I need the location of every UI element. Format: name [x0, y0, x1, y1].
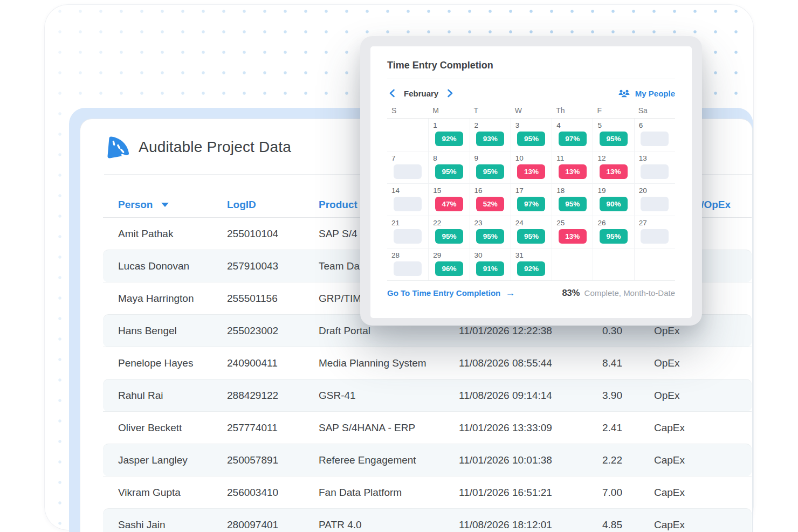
completion-badge[interactable]: 13% — [517, 164, 545, 179]
go-to-time-entry-link[interactable]: Go To Time Entry Completion → — [387, 288, 515, 298]
completion-badge[interactable]: 95% — [435, 229, 463, 244]
calendar-day-cell[interactable]: 595% — [593, 119, 634, 151]
calendar-day-cell[interactable]: 2513% — [552, 216, 593, 248]
calendar-day-cell[interactable]: 13 — [634, 151, 675, 183]
calendar-day-cell[interactable]: 6 — [634, 119, 675, 151]
completion-badge[interactable]: 90% — [600, 197, 628, 211]
completion-badge[interactable]: 95% — [600, 132, 628, 146]
arrow-right-icon: → — [505, 289, 515, 297]
weekday-header-row: SMTWThFSa — [387, 105, 675, 118]
cell-logid: 255023002 — [227, 315, 278, 347]
calendar-day-cell[interactable]: 28 — [387, 248, 428, 280]
completion-badge[interactable]: 95% — [435, 164, 463, 179]
widget-title-divider — [387, 79, 675, 79]
cell-hours: 2.22 — [574, 444, 622, 476]
my-people-link[interactable]: My People — [618, 89, 675, 98]
day-number: 24 — [515, 218, 552, 227]
cell-datetime: 11/01/2026 13:33:09 — [459, 412, 552, 444]
calendar-day-cell[interactable]: 1797% — [511, 183, 552, 216]
cell-product: Media Planning System — [319, 347, 426, 379]
cell-logid: 255501156 — [227, 282, 278, 315]
completion-badge[interactable]: 96% — [435, 261, 463, 276]
completion-badge[interactable]: 52% — [476, 197, 504, 211]
cell-logid: 255010104 — [227, 218, 278, 250]
day-number: 3 — [515, 121, 552, 130]
completion-badge[interactable]: 95% — [517, 132, 545, 146]
calendar-day-cell[interactable]: 7 — [387, 151, 428, 183]
widget-footer: Go To Time Entry Completion → 83% Comple… — [387, 288, 675, 298]
calendar-day-cell[interactable]: 3091% — [470, 248, 511, 280]
cell-expense: CapEx — [654, 444, 685, 476]
no-data-badge[interactable] — [394, 164, 422, 179]
cell-product: Team Da — [319, 250, 360, 282]
calendar-day-cell[interactable]: 21 — [387, 216, 428, 248]
cell-hours: 3.90 — [574, 379, 622, 412]
completion-badge[interactable]: 92% — [435, 132, 463, 146]
next-month-button[interactable] — [445, 88, 455, 98]
completion-badge[interactable]: 97% — [559, 132, 587, 146]
calendar-day-cell[interactable]: 2695% — [593, 216, 634, 248]
completion-badge[interactable]: 13% — [559, 164, 587, 179]
calendar-grid: 192%293%395%497%595%67895%995%1013%1113%… — [387, 118, 675, 281]
column-header-person[interactable]: Person — [118, 192, 169, 217]
cell-person: Vikram Gupta — [118, 476, 181, 509]
completion-badge[interactable]: 95% — [476, 164, 504, 179]
calendar-day-cell[interactable]: 14 — [387, 183, 428, 216]
no-data-badge[interactable] — [394, 261, 422, 276]
no-data-badge[interactable] — [641, 229, 669, 244]
cell-expense: OpEx — [654, 347, 680, 379]
column-header-logid[interactable]: LogID — [227, 192, 256, 217]
completion-badge[interactable]: 13% — [600, 164, 628, 179]
prev-month-button[interactable] — [387, 88, 397, 98]
completion-badge[interactable]: 47% — [435, 197, 463, 211]
cell-product: Fan Data Platform — [319, 476, 402, 509]
calendar-day-cell[interactable]: 995% — [470, 151, 511, 183]
no-data-badge[interactable] — [394, 197, 422, 211]
calendar-day-cell[interactable]: 3192% — [511, 248, 552, 280]
completion-badge[interactable]: 95% — [559, 197, 587, 211]
calendar-day-cell[interactable]: 293% — [470, 119, 511, 151]
day-number: 7 — [391, 154, 428, 163]
completion-badge[interactable]: 95% — [476, 229, 504, 244]
completion-badge[interactable]: 13% — [559, 229, 587, 244]
calendar-day-cell[interactable]: 27 — [634, 216, 675, 248]
calendar-day-cell[interactable]: 192% — [428, 119, 469, 151]
cell-datetime: 11/01/2026 10:01:38 — [459, 444, 552, 476]
cell-person: Penelope Hayes — [118, 347, 193, 379]
calendar-day-cell[interactable]: 1652% — [470, 183, 511, 216]
cell-datetime: 11/08/2026 18:12:01 — [459, 509, 552, 532]
no-data-badge[interactable] — [641, 197, 669, 211]
completion-badge[interactable]: 95% — [600, 229, 628, 244]
calendar-day-cell[interactable]: 2395% — [470, 216, 511, 248]
calendar-day-cell[interactable]: 2996% — [428, 248, 469, 280]
cell-product: SAP S/4HANA - ERP — [319, 412, 415, 444]
completion-badge[interactable]: 92% — [517, 261, 545, 276]
calendar-day-cell[interactable]: 1895% — [552, 183, 593, 216]
calendar-day-cell[interactable]: 395% — [511, 119, 552, 151]
day-number: 18 — [556, 186, 593, 195]
completion-badge[interactable]: 91% — [476, 261, 504, 276]
calendar-day-cell[interactable]: 20 — [634, 183, 675, 216]
day-number: 27 — [639, 218, 675, 227]
cell-product: PATR 4.0 — [319, 509, 362, 532]
weekday-label: F — [593, 105, 634, 118]
calendar-day-cell[interactable]: 2295% — [428, 216, 469, 248]
completion-badge[interactable]: 95% — [517, 229, 545, 244]
calendar-day-cell[interactable]: 1013% — [511, 151, 552, 183]
calendar-day-cell[interactable]: 1113% — [552, 151, 593, 183]
column-header-product[interactable]: Product — [319, 192, 357, 217]
weekday-label: Th — [552, 105, 593, 118]
calendar-day-cell[interactable]: 1213% — [593, 151, 634, 183]
completion-badge[interactable]: 93% — [476, 132, 504, 146]
calendar-day-cell[interactable]: 2495% — [511, 216, 552, 248]
no-data-badge[interactable] — [394, 229, 422, 244]
day-number: 13 — [639, 154, 675, 163]
calendar-day-cell[interactable]: 1547% — [428, 183, 469, 216]
completion-badge[interactable]: 97% — [517, 197, 545, 211]
no-data-badge[interactable] — [641, 132, 669, 146]
calendar-day-cell[interactable]: 497% — [552, 119, 593, 151]
no-data-badge[interactable] — [641, 164, 669, 179]
calendar-day-cell[interactable]: 1990% — [593, 183, 634, 216]
calendar-day-cell[interactable]: 895% — [428, 151, 469, 183]
weekday-label: Sa — [634, 105, 675, 118]
